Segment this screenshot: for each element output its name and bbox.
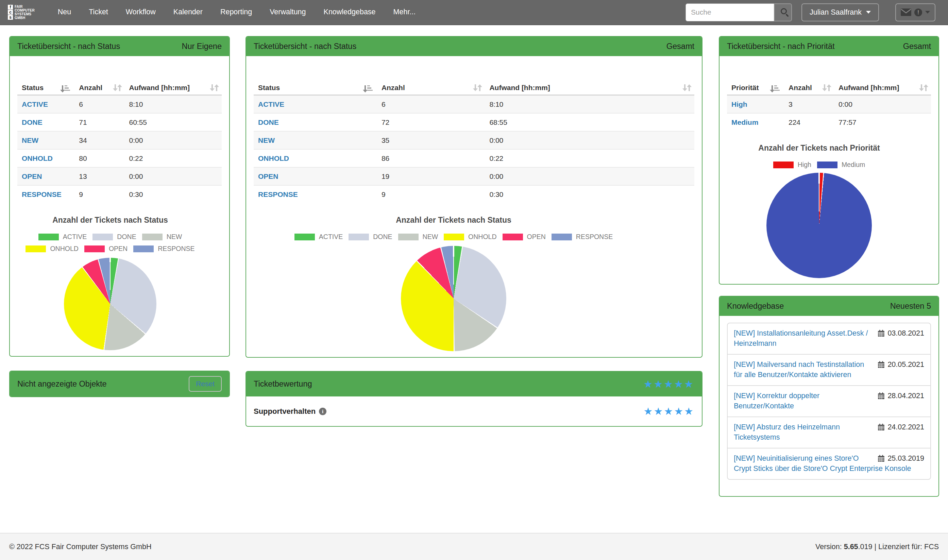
row-effort: 68:55 <box>485 113 694 131</box>
legend-swatch <box>92 234 113 240</box>
sort-icon[interactable] <box>475 84 480 91</box>
nav-item-neu[interactable]: Neu <box>49 0 80 25</box>
legend-swatch <box>817 162 837 168</box>
nav-menu: NeuTicketWorkflowKalenderReportingVerwal… <box>49 0 424 25</box>
table-row: DONE7160:55 <box>17 113 222 131</box>
user-menu-button[interactable]: Julian Saalfrank <box>802 3 879 22</box>
row-link[interactable]: RESPONSE <box>22 191 62 198</box>
panel-title: Nicht angezeigte Objekte <box>17 380 107 389</box>
panel-scope-label: Gesamt <box>903 42 931 51</box>
row-count: 9 <box>74 185 125 203</box>
row-effort: 60:55 <box>125 113 222 131</box>
info-icon[interactable]: i <box>319 408 326 415</box>
kb-item: 20.05.2021[NEW] Mailversand nach Testins… <box>728 354 930 385</box>
row-link[interactable]: Medium <box>731 118 758 126</box>
kb-link[interactable]: [NEW] Absturz des Heinzelmann Ticketsyst… <box>734 423 840 442</box>
kb-link[interactable]: [NEW] Mailversand nach Testinstallation … <box>734 360 864 379</box>
chart-legend: HighMedium <box>727 161 911 169</box>
nav-item-knowledgebase[interactable]: Knowledgebase <box>315 0 385 25</box>
sort-desc-icon[interactable] <box>771 85 780 91</box>
column-header[interactable]: Anzahl <box>74 82 125 95</box>
kb-link[interactable]: [NEW] Korrektur doppelter Benutzer/Konta… <box>734 392 819 410</box>
panel-hidden-objects: Nicht angezeigte Objekte Reset <box>9 371 230 397</box>
footer: © 2022 FCS Fair Computer Systems GmbH Ve… <box>0 533 948 560</box>
row-count: 86 <box>377 149 485 167</box>
table-row: Medium22477:57 <box>727 113 931 131</box>
fcs-logo-glyph: fcs <box>8 5 13 20</box>
column-header[interactable]: Anzahl <box>784 82 834 95</box>
legend-swatch <box>294 234 315 240</box>
column-header[interactable]: Status <box>254 82 377 95</box>
search-button[interactable] <box>774 3 792 22</box>
panel-priority: Ticketübersicht - nach Priorität Gesamt … <box>719 36 939 285</box>
footer-copyright: © 2022 FCS Fair Computer Systems GmbH <box>9 543 151 551</box>
chart-title: Anzahl der Tickets nach Status <box>254 215 654 225</box>
nav-item-workflow[interactable]: Workflow <box>117 0 165 25</box>
legend-item: ACTIVE <box>38 233 87 241</box>
row-link[interactable]: ACTIVE <box>22 100 48 108</box>
panel-status-all: Ticketübersicht - nach Status Gesamt Sta… <box>246 36 702 358</box>
rating-stars[interactable]: ★★★★★ <box>644 405 694 417</box>
row-link[interactable]: ONHOLD <box>22 154 53 162</box>
row-count: 224 <box>784 113 834 131</box>
row-effort: 8:10 <box>125 95 222 114</box>
legend-swatch <box>142 234 163 240</box>
legend-swatch <box>26 246 46 252</box>
column-header[interactable]: Aufwand [hh:mm] <box>834 82 931 95</box>
row-link[interactable]: DONE <box>22 118 43 126</box>
notifications-button[interactable]: ! <box>895 3 936 22</box>
kb-list: 03.08.2021[NEW] Installationsanleitung A… <box>727 323 931 480</box>
nav-item-kalender[interactable]: Kalender <box>165 0 211 25</box>
column-header[interactable]: Anzahl <box>377 82 485 95</box>
row-link[interactable]: ACTIVE <box>258 100 284 108</box>
legend-item: ONHOLD <box>444 233 496 241</box>
fcs-logo[interactable]: fcs FAIRCOMPUTERSYSTEMSGMBH <box>8 5 35 20</box>
kb-link[interactable]: [NEW] Installationsanleitung Asset.Desk … <box>734 329 868 348</box>
status-own-chart: Anzahl der Tickets nach StatusACTIVEDONE… <box>17 215 203 350</box>
calendar-icon <box>877 361 885 368</box>
chevron-down-icon <box>866 11 871 14</box>
row-link[interactable]: NEW <box>258 136 275 144</box>
fcs-logo-text: FAIRCOMPUTERSYSTEMSGMBH <box>15 5 35 20</box>
column-header[interactable]: Aufwand [hh:mm] <box>485 82 694 95</box>
row-count: 6 <box>377 95 485 114</box>
legend-item: ONHOLD <box>26 245 78 252</box>
panel-scope-label: Gesamt <box>666 42 694 51</box>
sort-icon[interactable] <box>211 84 217 91</box>
search-group <box>685 3 792 22</box>
sort-icon[interactable] <box>921 84 926 91</box>
sort-desc-icon[interactable] <box>62 85 70 91</box>
legend-item: RESPONSE <box>133 245 194 252</box>
row-link[interactable]: High <box>731 100 747 108</box>
kb-date: 20.05.2021 <box>877 360 924 369</box>
nav-item-reporting[interactable]: Reporting <box>211 0 261 25</box>
calendar-icon <box>877 330 885 337</box>
priority-chart: Anzahl der Tickets nach PrioritätHighMed… <box>727 143 911 278</box>
nav-item-mehr[interactable]: Mehr... <box>385 0 425 25</box>
sort-icon[interactable] <box>824 84 830 91</box>
column-header[interactable]: Priorität <box>727 82 784 95</box>
row-link[interactable]: RESPONSE <box>258 191 298 198</box>
panel-scope-label: Neuesten 5 <box>890 302 931 311</box>
table-row: ONHOLD800:22 <box>17 149 222 167</box>
sort-icon[interactable] <box>684 84 690 91</box>
reset-button[interactable]: Reset <box>189 376 222 392</box>
nav-item-ticket[interactable]: Ticket <box>80 0 117 25</box>
nav-item-verwaltung[interactable]: Verwaltung <box>261 0 314 25</box>
search-input[interactable] <box>685 3 774 22</box>
row-count: 35 <box>377 131 485 149</box>
panel-heading: Ticketübersicht - nach Status Gesamt <box>246 37 702 56</box>
column-header[interactable]: Aufwand [hh:mm] <box>125 82 222 95</box>
row-link[interactable]: NEW <box>22 136 38 144</box>
row-link[interactable]: ONHOLD <box>258 154 289 162</box>
row-effort: 0:00 <box>125 131 222 149</box>
row-link[interactable]: DONE <box>258 118 279 126</box>
row-link[interactable]: OPEN <box>22 172 42 180</box>
row-link[interactable]: OPEN <box>258 172 279 180</box>
kb-date: 28.04.2021 <box>877 391 924 401</box>
rating-row-label: Supportverhalten <box>254 407 315 416</box>
chart-title: Anzahl der Tickets nach Status <box>17 215 203 225</box>
column-header[interactable]: Status <box>17 82 74 95</box>
sort-icon[interactable] <box>115 84 120 91</box>
sort-desc-icon[interactable] <box>365 85 373 91</box>
